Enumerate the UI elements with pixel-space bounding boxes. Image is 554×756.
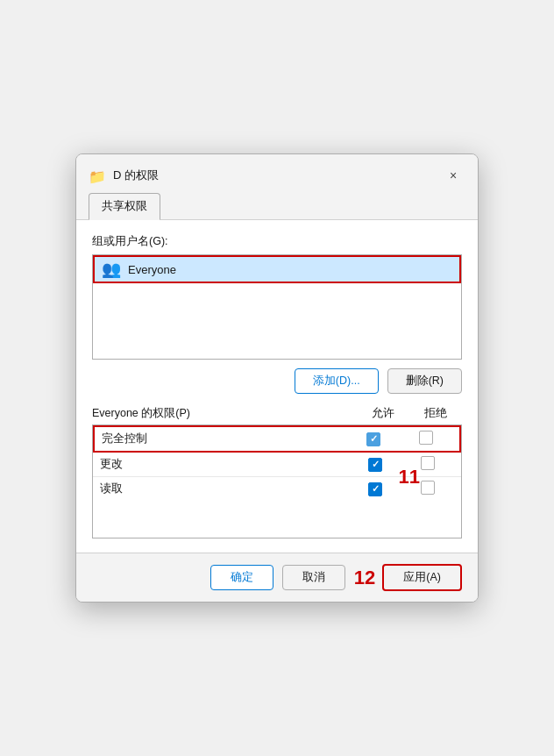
perm-allow-change: ✓	[349, 458, 401, 472]
perm-row-read: 读取 ✓	[93, 477, 461, 501]
user-list-box: 👥 Everyone	[92, 254, 462, 360]
permissions-table: 完全控制 ✓ 更改 ✓	[92, 424, 462, 538]
perm-allow-read: ✓	[349, 482, 401, 496]
perm-deny-read	[401, 481, 454, 497]
close-button[interactable]: ×	[441, 163, 465, 188]
perm-deny-change	[401, 456, 454, 473]
action-buttons: 添加(D)... 删除(R)	[92, 368, 462, 394]
user-name-everyone: Everyone	[128, 263, 176, 276]
user-item-everyone[interactable]: 👥 Everyone	[93, 255, 461, 283]
remove-button[interactable]: 删除(R)	[387, 368, 462, 394]
perm-name-full-control: 完全控制	[102, 431, 347, 446]
checkmark-icon: ✓	[372, 484, 380, 494]
dialog-body: 组或用户名(G): 👥 Everyone 添加(D)... 删除(R) Ever…	[76, 220, 478, 553]
title-bar: 📁 D 的权限 ×	[76, 154, 478, 193]
permissions-dialog: 📁 D 的权限 × 共享权限 组或用户名(G): 👥 Everyone 添加(D…	[75, 153, 479, 603]
confirm-button[interactable]: 确定	[210, 565, 273, 590]
col-deny-header: 拒绝	[409, 406, 462, 421]
checkmark-icon: ✓	[372, 460, 380, 469]
col-allow-header: 允许	[357, 406, 409, 421]
dialog-title: D 的权限	[113, 168, 159, 183]
footer-right: 12 应用(A)	[354, 564, 462, 591]
annotation-12: 12	[354, 567, 375, 589]
permissions-area: Everyone 的权限(P) 允许 拒绝 完全控制 ✓	[92, 406, 462, 538]
perm-name-change: 更改	[100, 457, 349, 472]
perm-row-full-control: 完全控制 ✓	[93, 425, 461, 453]
group-user-label: 组或用户名(G):	[92, 234, 462, 249]
cancel-button[interactable]: 取消	[282, 565, 345, 590]
perm-allow-full-control: ✓	[347, 432, 400, 446]
perm-row-change: 更改 ✓	[93, 453, 461, 477]
folder-icon: 📁	[89, 168, 106, 182]
checkmark-icon: ✓	[370, 434, 378, 444]
permissions-title: Everyone 的权限(P)	[92, 406, 357, 421]
tab-share-permissions[interactable]: 共享权限	[89, 193, 160, 220]
checkbox-allow-full-control[interactable]: ✓	[366, 432, 380, 446]
checkbox-deny-change[interactable]	[421, 456, 435, 470]
dialog-footer: 确定 取消 12 应用(A)	[76, 553, 478, 602]
checkbox-deny-full-control[interactable]	[419, 431, 433, 445]
checkbox-allow-change[interactable]: ✓	[368, 458, 382, 472]
perm-name-read: 读取	[100, 481, 349, 496]
perm-deny-full-control	[400, 431, 452, 447]
title-bar-left: 📁 D 的权限	[89, 168, 159, 183]
permissions-header: Everyone 的权限(P) 允许 拒绝	[92, 406, 462, 421]
tab-bar: 共享权限	[76, 193, 478, 220]
add-button[interactable]: 添加(D)...	[295, 368, 379, 394]
checkbox-allow-read[interactable]: ✓	[368, 482, 382, 496]
users-icon: 👥	[102, 261, 121, 277]
checkbox-deny-read[interactable]	[421, 481, 435, 495]
apply-button[interactable]: 应用(A)	[382, 564, 462, 591]
